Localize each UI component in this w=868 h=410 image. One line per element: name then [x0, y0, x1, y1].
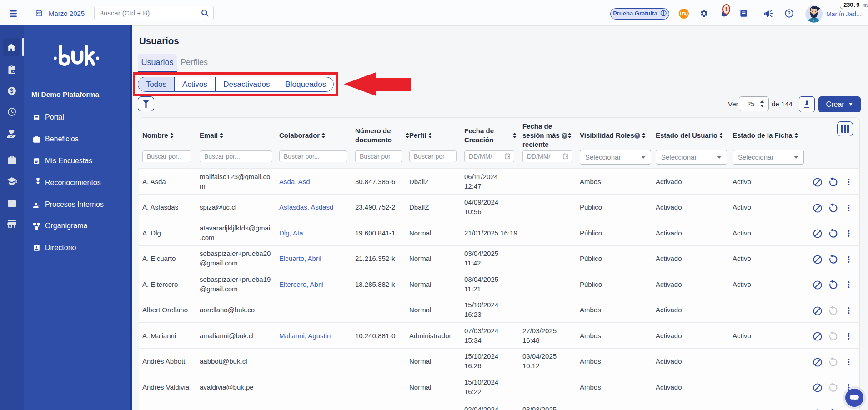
svg-text:?: ? [788, 10, 791, 16]
